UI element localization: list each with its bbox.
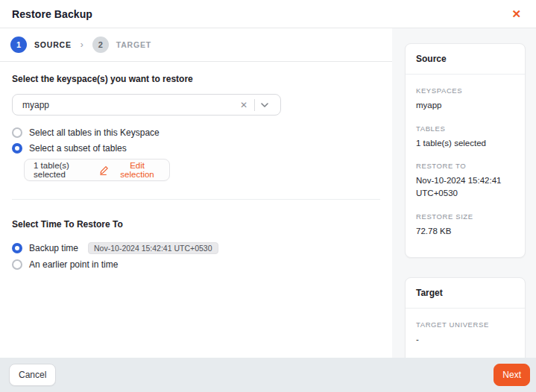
field-tables-value: 1 table(s) selected <box>416 137 514 150</box>
field-keyspaces-label: KEYSPACES <box>416 86 514 95</box>
close-icon[interactable]: ✕ <box>508 7 524 21</box>
summary-sidebar: Source KEYSPACES myapp TABLES 1 table(s)… <box>392 28 536 358</box>
target-summary-card: Target TARGET UNIVERSE - KMS CONFIG - <box>405 277 526 358</box>
radio-subset-tables-label: Select a subset of tables <box>29 143 127 154</box>
main-content: Select the keyspace(s) you want to resto… <box>0 62 392 358</box>
radio-all-tables-control[interactable] <box>12 127 22 138</box>
backup-time-badge: Nov-10-2024 15:42:41 UTC+0530 <box>88 242 218 254</box>
radio-all-tables-label: Select all tables in this Keyspace <box>29 127 160 138</box>
edit-selection-button[interactable]: Edit selection <box>98 161 160 179</box>
field-tables: TABLES 1 table(s) selected <box>416 124 514 150</box>
step-target[interactable]: 2 TARGET <box>92 37 151 53</box>
cancel-button[interactable]: Cancel <box>9 364 56 386</box>
field-keyspaces-value: myapp <box>416 99 514 112</box>
table-selection-summary-box: 1 table(s) selected Edit selection <box>24 159 170 181</box>
target-card-title: Target <box>406 278 525 309</box>
radio-subset-tables-control[interactable] <box>12 143 22 154</box>
field-restore-to-value: Nov-10-2024 15:42:41 UTC+0530 <box>416 174 514 199</box>
radio-all-tables[interactable]: Select all tables in this Keyspace <box>12 127 380 138</box>
field-target-universe: TARGET UNIVERSE - <box>416 320 514 346</box>
next-button[interactable]: Next <box>494 364 530 386</box>
field-keyspaces: KEYSPACES myapp <box>416 86 514 112</box>
time-section-heading: Select Time To Restore To <box>12 219 380 230</box>
field-restore-size-label: RESTORE SIZE <box>416 212 514 221</box>
keyspace-select-value: myapp <box>22 100 233 110</box>
edit-selection-label: Edit selection <box>114 161 160 179</box>
radio-backup-time-label: Backup time <box>29 243 78 253</box>
modal-footer: Cancel Next <box>0 358 536 392</box>
radio-backup-time-control[interactable] <box>12 243 22 253</box>
time-section: Select Time To Restore To Backup time No… <box>12 219 380 270</box>
field-target-universe-value: - <box>416 333 514 346</box>
keyspace-select[interactable]: myapp ✕ <box>12 94 281 116</box>
pencil-icon <box>98 165 110 176</box>
target-card-fields: TARGET UNIVERSE - KMS CONFIG - <box>406 309 525 358</box>
restore-backup-modal: Restore Backup ✕ 1 SOURCE › 2 TARGET Sel… <box>0 0 536 392</box>
radio-earlier-point[interactable]: An earlier point in time <box>12 259 380 270</box>
step-source-label: SOURCE <box>34 40 72 49</box>
modal-body: 1 SOURCE › 2 TARGET Select the keyspace(… <box>0 28 536 358</box>
stepper: 1 SOURCE › 2 TARGET <box>0 28 392 62</box>
chevron-right-icon: › <box>81 39 83 50</box>
table-scope-radio-group: Select all tables in this Keyspace Selec… <box>12 127 380 154</box>
radio-backup-time[interactable]: Backup time Nov-10-2024 15:42:41 UTC+053… <box>12 242 380 254</box>
step-target-label: TARGET <box>116 40 151 49</box>
field-restore-size-value: 72.78 KB <box>416 225 514 238</box>
field-tables-label: TABLES <box>416 124 514 133</box>
field-target-universe-label: TARGET UNIVERSE <box>416 320 514 329</box>
radio-earlier-point-label: An earlier point in time <box>29 259 118 270</box>
source-card-title: Source <box>406 44 525 75</box>
table-selection-count: 1 table(s) selected <box>34 161 98 179</box>
keyspace-section-heading: Select the keyspace(s) you want to resto… <box>12 74 380 84</box>
field-restore-to: RESTORE TO Nov-10-2024 15:42:41 UTC+0530 <box>416 162 514 199</box>
clear-icon[interactable]: ✕ <box>233 100 254 110</box>
step-source-number: 1 <box>10 37 27 53</box>
radio-earlier-point-control[interactable] <box>12 259 22 270</box>
modal-header: Restore Backup ✕ <box>0 0 536 28</box>
step-target-number: 2 <box>92 37 109 53</box>
radio-subset-tables[interactable]: Select a subset of tables <box>12 143 380 154</box>
source-card-fields: KEYSPACES myapp TABLES 1 table(s) select… <box>406 75 525 257</box>
time-radio-group: Backup time Nov-10-2024 15:42:41 UTC+053… <box>12 242 380 270</box>
chevron-down-icon[interactable] <box>255 101 274 110</box>
section-divider <box>12 199 380 200</box>
field-restore-to-label: RESTORE TO <box>416 162 514 170</box>
field-restore-size: RESTORE SIZE 72.78 KB <box>416 212 514 238</box>
modal-title: Restore Backup <box>12 8 92 20</box>
main-panel: 1 SOURCE › 2 TARGET Select the keyspace(… <box>0 28 392 358</box>
step-source[interactable]: 1 SOURCE <box>10 37 72 53</box>
source-summary-card: Source KEYSPACES myapp TABLES 1 table(s)… <box>405 43 526 258</box>
